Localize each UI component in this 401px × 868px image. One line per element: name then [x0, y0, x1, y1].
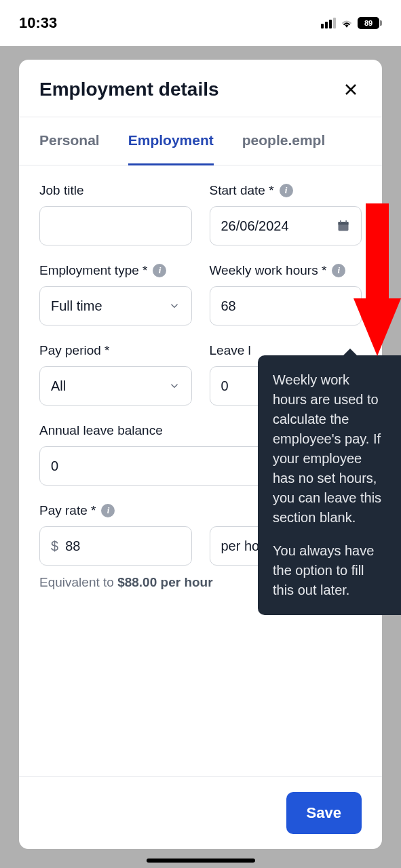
input-start-date[interactable]: 26/06/2024 [210, 206, 362, 245]
field-employment-type: Employment type * i Full time [39, 263, 192, 326]
input-job-title[interactable] [39, 206, 192, 245]
select-employment-type[interactable]: Full time [39, 286, 192, 326]
field-weekly-hours: Weekly work hours * i 68 [210, 263, 362, 326]
svg-rect-5 [345, 220, 347, 223]
select-pay-period[interactable]: All [39, 366, 192, 406]
svg-rect-6 [366, 203, 389, 305]
tab-employment[interactable]: Employment [128, 117, 214, 165]
tab-people-empl[interactable]: people.empl [242, 117, 326, 165]
label-employment-type: Employment type * i [39, 263, 192, 278]
chevron-down-icon [168, 380, 180, 392]
close-icon [343, 81, 359, 98]
tab-personal[interactable]: Personal [39, 117, 100, 165]
status-icons: 89 [321, 17, 382, 29]
svg-rect-4 [340, 220, 341, 223]
svg-marker-7 [354, 298, 401, 356]
battery-icon: 89 [358, 17, 382, 29]
chevron-down-icon [168, 300, 180, 312]
arrow-annotation-icon [354, 203, 401, 359]
svg-rect-3 [339, 222, 349, 224]
label-weekly-hours: Weekly work hours * i [210, 263, 362, 278]
calendar-icon [337, 219, 350, 233]
input-pay-rate[interactable]: $ 88 [39, 526, 192, 566]
modal-title: Employment details [39, 79, 219, 100]
info-icon[interactable]: i [280, 184, 293, 197]
info-icon[interactable]: i [153, 264, 166, 277]
signal-icon [321, 18, 336, 28]
field-pay-period: Pay period * All [39, 343, 192, 406]
label-start-date: Start date * i [210, 183, 362, 198]
save-button[interactable]: Save [286, 792, 362, 834]
currency-prefix: $ [51, 538, 58, 554]
field-job-title: Job title [39, 183, 192, 245]
field-pay-rate: Pay rate * i $ 88 [39, 503, 192, 566]
label-pay-rate: Pay rate * i [39, 503, 192, 518]
wifi-icon [340, 18, 354, 28]
info-icon[interactable]: i [332, 264, 345, 277]
home-indicator[interactable] [147, 859, 255, 863]
close-button[interactable] [340, 79, 362, 100]
tabs: Personal Employment people.empl [19, 117, 382, 165]
info-icon[interactable]: i [101, 504, 115, 517]
label-pay-period: Pay period * [39, 343, 192, 358]
input-weekly-hours[interactable]: 68 [210, 286, 362, 326]
field-start-date: Start date * i 26/06/2024 [210, 183, 362, 245]
weekly-hours-tooltip: Weekly work hours are used to calculate … [258, 355, 401, 615]
status-time: 10:33 [19, 14, 57, 32]
label-job-title: Job title [39, 183, 192, 198]
modal-header: Employment details [19, 60, 382, 117]
modal-footer: Save [19, 776, 382, 849]
status-bar: 10:33 89 [0, 0, 401, 46]
